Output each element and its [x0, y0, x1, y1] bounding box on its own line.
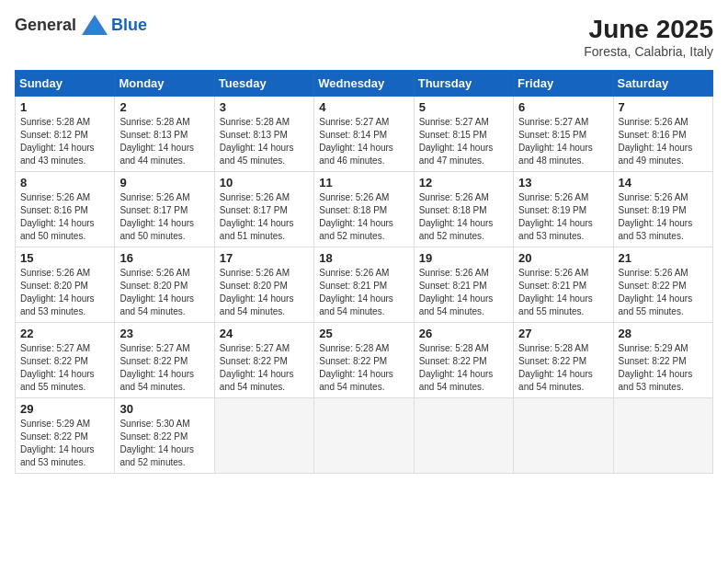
table-row: 13 Sunrise: 5:26 AM Sunset: 8:19 PM Dayl…	[514, 172, 613, 247]
table-row: 7 Sunrise: 5:26 AM Sunset: 8:16 PM Dayli…	[613, 97, 712, 172]
day-info: Sunrise: 5:27 AM Sunset: 8:15 PM Dayligh…	[419, 116, 508, 167]
day-number: 28	[619, 327, 708, 340]
header-tuesday: Tuesday	[214, 71, 313, 97]
table-row: 23 Sunrise: 5:27 AM Sunset: 8:22 PM Dayl…	[115, 323, 214, 398]
table-row: 11 Sunrise: 5:26 AM Sunset: 8:18 PM Dayl…	[314, 172, 414, 247]
day-info: Sunrise: 5:28 AM Sunset: 8:22 PM Dayligh…	[319, 342, 408, 394]
table-row: 1 Sunrise: 5:28 AM Sunset: 8:12 PM Dayli…	[16, 97, 115, 172]
table-row: 15 Sunrise: 5:26 AM Sunset: 8:20 PM Dayl…	[16, 247, 115, 323]
day-info: Sunrise: 5:27 AM Sunset: 8:15 PM Dayligh…	[518, 116, 608, 167]
day-number: 2	[119, 100, 209, 114]
page-header: General Blue June 2025 Foresta, Calabria…	[15, 15, 713, 59]
day-number: 3	[220, 100, 309, 114]
day-info: Sunrise: 5:26 AM Sunset: 8:19 PM Dayligh…	[619, 191, 708, 243]
day-number: 6	[518, 100, 608, 114]
logo-icon	[82, 15, 108, 35]
logo-blue: Blue	[111, 16, 147, 35]
day-number: 30	[119, 402, 209, 416]
header-saturday: Saturday	[613, 71, 712, 97]
day-number: 5	[419, 100, 508, 114]
table-row: 3 Sunrise: 5:28 AM Sunset: 8:13 PM Dayli…	[214, 97, 313, 172]
day-info: Sunrise: 5:26 AM Sunset: 8:18 PM Dayligh…	[419, 191, 508, 243]
day-info: Sunrise: 5:27 AM Sunset: 8:22 PM Dayligh…	[220, 342, 309, 394]
day-number: 9	[119, 176, 209, 190]
day-info: Sunrise: 5:26 AM Sunset: 8:22 PM Dayligh…	[619, 267, 708, 318]
table-row: 4 Sunrise: 5:27 AM Sunset: 8:14 PM Dayli…	[314, 97, 414, 172]
day-info: Sunrise: 5:26 AM Sunset: 8:20 PM Dayligh…	[20, 267, 109, 318]
day-number: 7	[619, 100, 708, 114]
header-friday: Friday	[514, 71, 613, 97]
table-row	[613, 398, 712, 474]
logo-general: General	[15, 16, 76, 35]
table-row: 5 Sunrise: 5:27 AM Sunset: 8:15 PM Dayli…	[414, 97, 513, 172]
day-number: 8	[20, 176, 109, 190]
day-number: 14	[619, 176, 708, 190]
table-row	[414, 398, 513, 474]
day-number: 23	[119, 327, 209, 340]
table-row: 16 Sunrise: 5:26 AM Sunset: 8:20 PM Dayl…	[115, 247, 214, 323]
day-info: Sunrise: 5:30 AM Sunset: 8:22 PM Dayligh…	[119, 418, 209, 469]
table-row: 14 Sunrise: 5:26 AM Sunset: 8:19 PM Dayl…	[613, 172, 712, 247]
table-row: 6 Sunrise: 5:27 AM Sunset: 8:15 PM Dayli…	[514, 97, 613, 172]
table-row: 28 Sunrise: 5:29 AM Sunset: 8:22 PM Dayl…	[613, 323, 712, 398]
day-number: 12	[419, 176, 508, 190]
table-row: 9 Sunrise: 5:26 AM Sunset: 8:17 PM Dayli…	[115, 172, 214, 247]
calendar-table: Sunday Monday Tuesday Wednesday Thursday…	[15, 70, 713, 474]
table-row: 21 Sunrise: 5:26 AM Sunset: 8:22 PM Dayl…	[613, 247, 712, 323]
day-info: Sunrise: 5:26 AM Sunset: 8:21 PM Dayligh…	[319, 267, 408, 318]
day-info: Sunrise: 5:28 AM Sunset: 8:13 PM Dayligh…	[220, 116, 309, 167]
day-number: 29	[20, 402, 109, 416]
header-sunday: Sunday	[16, 71, 115, 97]
day-info: Sunrise: 5:28 AM Sunset: 8:22 PM Dayligh…	[419, 342, 508, 394]
day-number: 1	[20, 100, 109, 114]
header-monday: Monday	[115, 71, 214, 97]
day-number: 15	[20, 251, 109, 265]
day-number: 22	[20, 327, 109, 340]
table-row	[314, 398, 414, 474]
day-number: 25	[319, 327, 408, 340]
table-row: 29 Sunrise: 5:29 AM Sunset: 8:22 PM Dayl…	[16, 398, 115, 474]
day-info: Sunrise: 5:29 AM Sunset: 8:22 PM Dayligh…	[619, 342, 708, 394]
day-info: Sunrise: 5:26 AM Sunset: 8:18 PM Dayligh…	[319, 191, 408, 243]
table-row: 17 Sunrise: 5:26 AM Sunset: 8:20 PM Dayl…	[214, 247, 313, 323]
day-info: Sunrise: 5:26 AM Sunset: 8:17 PM Dayligh…	[220, 191, 309, 243]
calendar-header-row: Sunday Monday Tuesday Wednesday Thursday…	[16, 71, 713, 97]
day-info: Sunrise: 5:28 AM Sunset: 8:12 PM Dayligh…	[20, 116, 109, 167]
day-number: 18	[319, 251, 408, 265]
table-row	[514, 398, 613, 474]
day-number: 17	[220, 251, 309, 265]
day-info: Sunrise: 5:28 AM Sunset: 8:22 PM Dayligh…	[518, 342, 608, 394]
table-row: 30 Sunrise: 5:30 AM Sunset: 8:22 PM Dayl…	[115, 398, 214, 474]
title-area: June 2025 Foresta, Calabria, Italy	[584, 15, 713, 59]
logo: General Blue	[15, 15, 147, 35]
table-row	[214, 398, 313, 474]
table-row: 10 Sunrise: 5:26 AM Sunset: 8:17 PM Dayl…	[214, 172, 313, 247]
day-number: 16	[119, 251, 209, 265]
day-info: Sunrise: 5:26 AM Sunset: 8:21 PM Dayligh…	[419, 267, 508, 318]
table-row: 18 Sunrise: 5:26 AM Sunset: 8:21 PM Dayl…	[314, 247, 414, 323]
day-info: Sunrise: 5:27 AM Sunset: 8:14 PM Dayligh…	[319, 116, 408, 167]
day-info: Sunrise: 5:26 AM Sunset: 8:21 PM Dayligh…	[518, 267, 608, 318]
day-info: Sunrise: 5:26 AM Sunset: 8:20 PM Dayligh…	[119, 267, 209, 318]
location-subtitle: Foresta, Calabria, Italy	[584, 44, 713, 59]
table-row: 20 Sunrise: 5:26 AM Sunset: 8:21 PM Dayl…	[514, 247, 613, 323]
day-number: 4	[319, 100, 408, 114]
day-number: 27	[518, 327, 608, 340]
day-number: 24	[220, 327, 309, 340]
day-info: Sunrise: 5:26 AM Sunset: 8:17 PM Dayligh…	[119, 191, 209, 243]
table-row: 26 Sunrise: 5:28 AM Sunset: 8:22 PM Dayl…	[414, 323, 513, 398]
month-title: June 2025	[584, 15, 713, 44]
day-number: 21	[619, 251, 708, 265]
day-info: Sunrise: 5:26 AM Sunset: 8:20 PM Dayligh…	[220, 267, 309, 318]
table-row: 25 Sunrise: 5:28 AM Sunset: 8:22 PM Dayl…	[314, 323, 414, 398]
table-row: 19 Sunrise: 5:26 AM Sunset: 8:21 PM Dayl…	[414, 247, 513, 323]
day-info: Sunrise: 5:27 AM Sunset: 8:22 PM Dayligh…	[119, 342, 209, 394]
day-info: Sunrise: 5:26 AM Sunset: 8:16 PM Dayligh…	[20, 191, 109, 243]
table-row: 8 Sunrise: 5:26 AM Sunset: 8:16 PM Dayli…	[16, 172, 115, 247]
table-row: 12 Sunrise: 5:26 AM Sunset: 8:18 PM Dayl…	[414, 172, 513, 247]
table-row: 27 Sunrise: 5:28 AM Sunset: 8:22 PM Dayl…	[514, 323, 613, 398]
table-row: 24 Sunrise: 5:27 AM Sunset: 8:22 PM Dayl…	[214, 323, 313, 398]
day-info: Sunrise: 5:27 AM Sunset: 8:22 PM Dayligh…	[20, 342, 109, 394]
header-wednesday: Wednesday	[314, 71, 414, 97]
day-number: 19	[419, 251, 508, 265]
